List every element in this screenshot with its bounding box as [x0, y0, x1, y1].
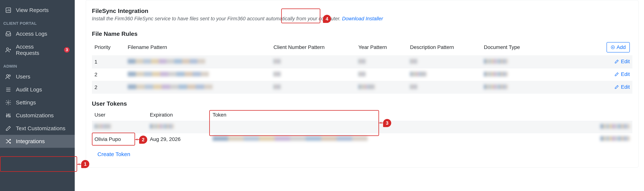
plus-icon [610, 45, 615, 50]
redacted-content [358, 84, 375, 89]
sidebar-item-label: Users [16, 74, 30, 80]
redacted-token-value [212, 136, 368, 141]
redacted-content [128, 84, 212, 89]
pencil-icon [614, 59, 619, 64]
rule-priority: 2 [92, 81, 125, 94]
col-expiration: Expiration [147, 109, 210, 121]
main-content: FileSync Integration Install the Firm360… [75, 0, 644, 191]
sidebar-item-label: Customizations [16, 112, 54, 119]
inbox-icon [5, 31, 12, 37]
shuffle-icon [5, 138, 12, 144]
sidebar-item-users[interactable]: Users [0, 70, 75, 83]
redacted-content [410, 72, 427, 76]
col-user: User [92, 109, 147, 121]
user-tokens-table: User Expiration Token Olivia Pupo [92, 109, 632, 145]
report-icon [5, 7, 12, 13]
file-name-rules-title: File Name Rules [92, 31, 138, 37]
edit-rule-button[interactable]: Edit [614, 71, 630, 77]
sidebar-item-label: Access Requests [16, 44, 58, 56]
user-plus-icon [5, 47, 12, 53]
redacted-content [600, 124, 630, 129]
filesync-title: FileSync Integration [92, 8, 632, 15]
callout-number-1: 1 [81, 160, 89, 168]
callout-number-4: 4 [323, 15, 331, 23]
callout-number-3: 3 [383, 119, 391, 127]
redacted-content [274, 59, 281, 64]
sidebar-item-access-requests[interactable]: Access Requests 3 [0, 40, 75, 60]
sidebar-section-admin: ADMIN [0, 60, 75, 70]
redacted-content [484, 84, 508, 89]
users-icon [5, 74, 12, 80]
sidebar-item-text-customizations[interactable]: Text Customizations [0, 122, 75, 135]
sidebar-item-settings[interactable]: Settings [0, 96, 75, 109]
col-client-number-pattern: Client Number Pattern [271, 39, 356, 56]
redacted-content [358, 72, 366, 76]
sidebar-item-view-reports[interactable]: View Reports [0, 4, 75, 17]
col-priority: Priority [92, 39, 125, 56]
token-row [92, 121, 632, 133]
sidebar-item-label: Access Logs [16, 31, 47, 37]
sidebar-item-label: View Reports [16, 7, 49, 13]
callout-lead-3 [379, 123, 383, 123]
create-token-button[interactable]: Create Token [92, 148, 136, 160]
token-row: Olivia Pupo Aug 29, 2026 [92, 133, 632, 145]
redacted-content [410, 84, 418, 89]
redacted-content [484, 72, 508, 76]
col-token: Token [210, 109, 584, 121]
callout-lead-1 [77, 164, 81, 164]
rule-priority: 1 [92, 56, 125, 68]
pencil-icon [614, 72, 619, 77]
rule-row: 2 Edit [92, 81, 632, 94]
add-rule-label: Add [616, 44, 626, 50]
col-description-pattern: Description Pattern [408, 39, 481, 56]
redacted-content [94, 124, 111, 129]
edit-rule-label: Edit [621, 59, 630, 65]
redacted-content [358, 59, 366, 64]
redacted-content [274, 72, 281, 76]
redacted-content [410, 59, 418, 64]
col-year-pattern: Year Pattern [356, 39, 408, 56]
sidebar-item-integrations[interactable]: Integrations [0, 135, 75, 148]
svg-point-1 [6, 48, 8, 50]
sidebar-item-customizations[interactable]: Customizations [0, 109, 75, 122]
sliders-icon [5, 112, 12, 119]
edit-rule-button[interactable]: Edit [614, 84, 630, 90]
rule-row: 2 Edit [92, 68, 632, 81]
callout-lead-2 [135, 139, 139, 140]
sidebar: View Reports CLIENT PORTAL Access Logs A… [0, 0, 75, 191]
rule-priority: 2 [92, 68, 125, 81]
access-requests-badge: 3 [64, 47, 70, 53]
redacted-content [484, 59, 508, 64]
filesync-desc-text: Install the Firm360 FileSync service to … [92, 16, 342, 22]
filesync-panel: FileSync Integration Install the Firm360… [86, 0, 638, 167]
list-icon [5, 86, 12, 93]
user-tokens-title: User Tokens [92, 100, 632, 107]
svg-point-6 [8, 114, 9, 115]
rule-row: 1 Edit [92, 56, 632, 68]
pencil-icon [614, 85, 619, 89]
sidebar-item-access-logs[interactable]: Access Logs [0, 27, 75, 40]
redacted-content [128, 59, 205, 64]
col-filename-pattern: Filename Pattern [125, 39, 271, 56]
gear-icon [5, 99, 12, 106]
sidebar-item-label: Integrations [16, 138, 45, 144]
add-rule-button[interactable]: Add [606, 42, 630, 53]
sidebar-item-label: Text Customizations [16, 125, 65, 131]
svg-point-3 [9, 75, 10, 76]
redacted-content [600, 136, 630, 141]
svg-point-4 [8, 102, 9, 103]
sidebar-item-label: Audit Logs [16, 86, 42, 93]
token-expiration: Aug 29, 2026 [147, 133, 210, 145]
svg-point-7 [10, 116, 10, 117]
sidebar-item-audit-logs[interactable]: Audit Logs [0, 83, 75, 96]
edit-rule-label: Edit [621, 71, 630, 77]
redacted-content [274, 84, 281, 89]
download-installer-link[interactable]: Download Installer [342, 16, 383, 22]
svg-point-2 [6, 75, 8, 77]
redacted-content [128, 72, 209, 76]
svg-point-5 [6, 115, 8, 117]
sidebar-item-label: Settings [16, 99, 36, 106]
edit-rule-label: Edit [621, 84, 630, 90]
callout-number-2: 2 [139, 136, 147, 144]
edit-rule-button[interactable]: Edit [614, 59, 630, 65]
